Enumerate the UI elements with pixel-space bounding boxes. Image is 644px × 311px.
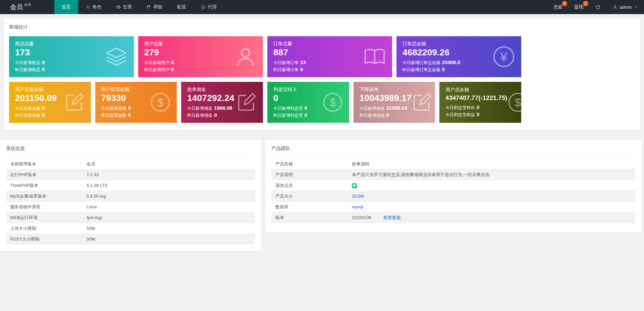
flag-icon xyxy=(147,5,151,9)
tile-info: 下级返佣 10043989.17 今日新增佣金31505.03 昨日新增佣金0 xyxy=(360,87,412,118)
stat-tile-goods-total: 商品总量 173 今日新增商品0 昨日新增商品0 xyxy=(9,36,134,77)
tile-value: 4347407.77(-1221.75) xyxy=(445,95,507,102)
tile-value: 1407292.24 xyxy=(187,93,234,103)
book-icon xyxy=(363,45,386,68)
compose-icon xyxy=(236,92,257,113)
tile-title: 下级返佣 xyxy=(360,87,412,93)
row-value xyxy=(348,180,635,191)
product-size-link[interactable]: 25.5M xyxy=(352,194,364,199)
tile-title: 订单总金额 xyxy=(402,41,460,47)
recharge-button[interactable]: 充值 0 xyxy=(547,0,568,14)
tile-line-yesterday: 昨日提现金额0 xyxy=(101,112,131,118)
nav-item-help[interactable]: 帮助 xyxy=(139,0,170,14)
stat-tile-user-balance: 用户总余额 4347407.77(-1221.75) 今日利息宝转出0 今日利息… xyxy=(439,82,521,123)
navbar-right: 充值 0 提现 0 admin xyxy=(547,0,644,14)
stat-tile-users-total: 用户总量 279 今日新增用户0 昨日新增用户0 xyxy=(138,36,263,77)
row-label: WEB运行环境 xyxy=(6,212,83,223)
table-row: 产品名称 抢单源码 xyxy=(271,159,635,169)
bottom-section: 系统信息 当前程序版本会员 运行PHP版本7.2.33 ThinkPHP版本5.… xyxy=(0,140,644,251)
table-row: 版本 20100106 检查更新; xyxy=(271,212,635,223)
table-row: POST大小限制50M xyxy=(6,234,255,245)
tile-value: 279 xyxy=(144,47,174,58)
tile-line-today: 今日利息宝转出0 xyxy=(445,104,507,111)
tile-line-today: 今日新增商品0 xyxy=(15,59,45,66)
row-label: 服务器操作系统 xyxy=(6,202,83,212)
compose-icon xyxy=(64,92,85,113)
brand-logo[interactable]: 会员会员 xyxy=(0,0,54,14)
tile-info: 用户总量 279 今日新增用户0 昨日新增用户0 xyxy=(144,41,174,73)
tile-line-today: 今日新增利息宝0 xyxy=(273,105,307,111)
nav-item-roles[interactable]: 角色 xyxy=(78,0,109,14)
row-value: fpm-fcgi xyxy=(83,212,255,223)
tile-info: 订单总量 887 今日新增订单13 昨日新增订单0 xyxy=(273,41,306,73)
check-update-link[interactable]: 检查更新; xyxy=(383,215,402,220)
row-label: 数据库 xyxy=(271,202,348,212)
tile-value: 4682209.26 xyxy=(402,47,460,58)
row-label: 产品说明 xyxy=(271,169,348,180)
row-label: 运行PHP版本 xyxy=(6,169,83,180)
tile-title: 用户总余额 xyxy=(445,87,507,93)
stats-panel: 商城统计 商品总量 173 今日新增商品0 昨日新增商品0 用户总量 279 今… xyxy=(4,19,640,129)
tile-line-yesterday: 昨日新增用户0 xyxy=(144,66,174,73)
table-row: ThinkPHP版本5.1.38 LTS xyxy=(6,180,255,191)
chevron-up-icon xyxy=(634,5,638,9)
tile-info: 利息宝转入 0 今日新增利息宝0 昨日新增利息宝0 xyxy=(273,87,307,118)
row-label: 产品名称 xyxy=(271,159,348,169)
row-label: MySQL数据库版本 xyxy=(6,191,83,202)
stat-tile-orders-total: 订单总量 887 今日新增订单13 昨日新增订单0 xyxy=(267,36,392,77)
refresh-icon xyxy=(595,5,600,10)
tile-value: 10043989.17 xyxy=(360,93,412,103)
row-label: 上传大小限制 xyxy=(6,223,83,234)
tile-line-yesterday: 昨日新增订单总金额0 xyxy=(402,66,460,73)
withdraw-label: 提现 xyxy=(574,4,583,10)
nav-item-agent[interactable]: 代理 xyxy=(194,0,224,14)
green-app-icon[interactable] xyxy=(352,183,357,188)
row-label: 产品大小 xyxy=(271,191,348,202)
table-row: MySQL数据库版本5.6.50-log xyxy=(6,191,255,202)
stat-tile-interest-in: 利息宝转入 0 今日新增利息宝0 昨日新增利息宝0 xyxy=(267,82,349,123)
user-menu[interactable]: admin xyxy=(606,0,644,14)
withdraw-button[interactable]: 提现 0 xyxy=(568,0,589,14)
nav-item-config[interactable]: 配置 xyxy=(170,0,194,14)
system-info-table: 当前程序版本会员 运行PHP版本7.2.33 ThinkPHP版本5.1.38 … xyxy=(6,158,255,245)
row-value: 本产品只为学习测试交流,请勿要做商业或者用于违法行为,一切后果自负 xyxy=(348,169,635,180)
tile-line-yesterday: 昨日新增商品0 xyxy=(15,66,45,73)
table-row: 服务器操作系统Linux xyxy=(6,202,255,212)
refresh-button[interactable] xyxy=(589,0,606,14)
version-number: 20100106 xyxy=(352,215,371,220)
stat-tile-sub-rebate: 下级返佣 10043989.17 今日新增佣金31505.03 昨日新增佣金0 xyxy=(354,82,435,123)
product-team-table: 产品名称 抢单源码 产品说明 本产品只为学习测试交流,请勿要做商业或者用于违法行… xyxy=(271,158,635,223)
tile-line-today: 今日新增佣金31505.03 xyxy=(360,105,412,111)
row-value: 25.5M xyxy=(348,191,635,202)
tile-info: 抢单佣金 1407292.24 今日新增佣金1968.08 昨日新增佣金0 xyxy=(187,87,234,118)
tile-line-today: 今日充值金额0 xyxy=(15,105,57,111)
nav-item-label: 配置 xyxy=(177,4,186,10)
table-row: 请勿点击 xyxy=(271,180,635,191)
tile-title: 利息宝转入 xyxy=(273,87,307,93)
system-info-panel: 系统信息 当前程序版本会员 运行PHP版本7.2.33 ThinkPHP版本5.… xyxy=(0,140,261,251)
table-row: WEB运行环境fpm-fcgi xyxy=(6,212,255,223)
stat-tile-withdraw-amount: 用户提现金额 79330 今日提现金额0 昨日提现金额0 xyxy=(95,82,177,123)
table-row: 当前程序版本会员 xyxy=(6,159,255,169)
dollar-circle-icon xyxy=(201,5,206,9)
nav-item-label: 首页 xyxy=(62,4,71,10)
tile-info: 用户总余额 4347407.77(-1221.75) 今日利息宝转出0 今日利息… xyxy=(445,87,507,118)
database-link[interactable]: mysql xyxy=(352,204,363,209)
tile-value: 201150.09 xyxy=(15,93,57,103)
row-label: ThinkPHP版本 xyxy=(6,180,83,191)
table-row: 产品说明 本产品只为学习测试交流,请勿要做商业或者用于违法行为,一切后果自负 xyxy=(271,169,635,180)
dollar-circle-icon xyxy=(507,92,522,113)
stat-tile-recharge-amount: 用户充值金额 201150.09 今日充值金额0 昨日充值金额0 xyxy=(9,82,91,123)
row-value: 50M xyxy=(83,234,255,245)
nav-item-home[interactable]: 首页 xyxy=(54,0,78,14)
tile-value: 173 xyxy=(15,47,45,58)
tile-line-today: 今日新增订单总金额23308.5 xyxy=(402,59,460,66)
tile-line-yesterday: 昨日新增订单0 xyxy=(273,66,306,73)
nav-item-trade[interactable]: 交易 xyxy=(109,0,139,14)
tile-line-today: 今日新增佣金1968.08 xyxy=(187,105,234,111)
tile-line-yesterday: 昨日新增利息宝0 xyxy=(273,112,307,118)
compose-icon xyxy=(412,92,432,113)
tile-line-yesterday: 昨日新增佣金0 xyxy=(187,112,234,118)
person-icon xyxy=(234,45,257,68)
system-info-title: 系统信息 xyxy=(6,146,255,152)
